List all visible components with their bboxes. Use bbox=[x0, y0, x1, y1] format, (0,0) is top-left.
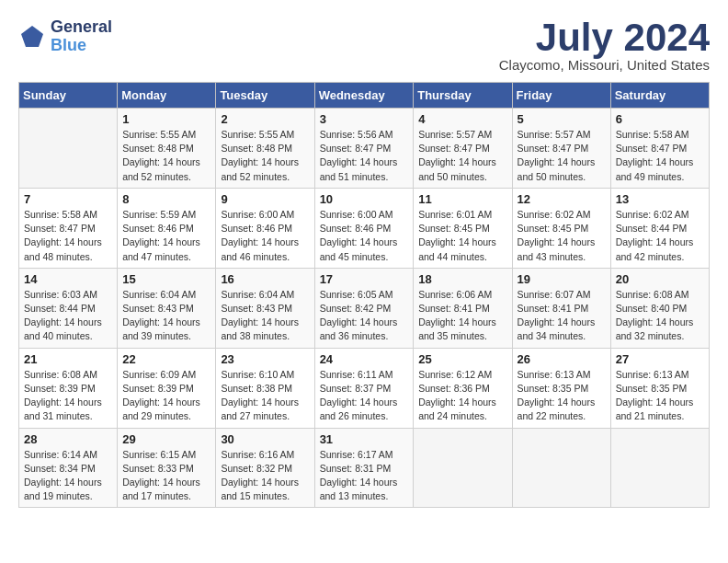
day-info: Sunrise: 6:15 AM Sunset: 8:33 PM Dayligh… bbox=[122, 448, 210, 504]
calendar-cell: 22Sunrise: 6:09 AM Sunset: 8:39 PM Dayli… bbox=[118, 348, 216, 428]
day-info: Sunrise: 5:57 AM Sunset: 8:47 PM Dayligh… bbox=[418, 128, 506, 184]
logo-general: General bbox=[51, 18, 112, 37]
day-info: Sunrise: 6:14 AM Sunset: 8:34 PM Dayligh… bbox=[24, 448, 112, 504]
day-number: 19 bbox=[518, 272, 606, 286]
calendar-cell: 23Sunrise: 6:10 AM Sunset: 8:38 PM Dayli… bbox=[216, 348, 314, 428]
day-info: Sunrise: 6:02 AM Sunset: 8:45 PM Dayligh… bbox=[518, 208, 606, 264]
calendar-body: 1Sunrise: 5:55 AM Sunset: 8:48 PM Daylig… bbox=[19, 109, 710, 508]
calendar-week-3: 14Sunrise: 6:03 AM Sunset: 8:44 PM Dayli… bbox=[19, 268, 710, 348]
calendar-cell: 9Sunrise: 6:00 AM Sunset: 8:46 PM Daylig… bbox=[216, 188, 314, 268]
header-day-saturday: Saturday bbox=[610, 83, 709, 109]
day-info: Sunrise: 6:13 AM Sunset: 8:35 PM Dayligh… bbox=[616, 368, 704, 424]
day-info: Sunrise: 6:05 AM Sunset: 8:42 PM Dayligh… bbox=[320, 288, 409, 344]
day-info: Sunrise: 6:00 AM Sunset: 8:46 PM Dayligh… bbox=[221, 208, 309, 264]
header-day-sunday: Sunday bbox=[19, 83, 118, 109]
calendar-week-1: 1Sunrise: 5:55 AM Sunset: 8:48 PM Daylig… bbox=[19, 109, 710, 189]
day-number: 31 bbox=[320, 432, 409, 446]
day-number: 8 bbox=[122, 192, 210, 206]
header-day-thursday: Thursday bbox=[414, 83, 512, 109]
logo-text: General Blue bbox=[51, 18, 112, 55]
day-info: Sunrise: 5:58 AM Sunset: 8:47 PM Dayligh… bbox=[24, 208, 112, 264]
calendar-cell: 25Sunrise: 6:12 AM Sunset: 8:36 PM Dayli… bbox=[414, 348, 512, 428]
calendar-cell: 7Sunrise: 5:58 AM Sunset: 8:47 PM Daylig… bbox=[19, 188, 118, 268]
calendar-cell bbox=[414, 428, 512, 508]
day-info: Sunrise: 6:10 AM Sunset: 8:38 PM Dayligh… bbox=[221, 368, 309, 424]
day-info: Sunrise: 6:11 AM Sunset: 8:37 PM Dayligh… bbox=[320, 368, 409, 424]
day-number: 24 bbox=[320, 352, 409, 366]
day-number: 13 bbox=[616, 192, 704, 206]
day-info: Sunrise: 6:12 AM Sunset: 8:36 PM Dayligh… bbox=[418, 368, 506, 424]
header-row: SundayMondayTuesdayWednesdayThursdayFrid… bbox=[19, 83, 710, 109]
day-info: Sunrise: 6:00 AM Sunset: 8:46 PM Dayligh… bbox=[320, 208, 409, 264]
calendar-cell: 6Sunrise: 5:58 AM Sunset: 8:47 PM Daylig… bbox=[610, 109, 709, 189]
day-number: 4 bbox=[418, 112, 506, 126]
calendar-cell: 20Sunrise: 6:08 AM Sunset: 8:40 PM Dayli… bbox=[610, 268, 709, 348]
day-number: 11 bbox=[418, 192, 506, 206]
day-number: 10 bbox=[320, 192, 409, 206]
logo-icon bbox=[18, 23, 46, 51]
calendar-cell: 2Sunrise: 5:55 AM Sunset: 8:48 PM Daylig… bbox=[216, 109, 314, 189]
calendar-cell: 12Sunrise: 6:02 AM Sunset: 8:45 PM Dayli… bbox=[512, 188, 610, 268]
calendar-cell: 26Sunrise: 6:13 AM Sunset: 8:35 PM Dayli… bbox=[512, 348, 610, 428]
day-info: Sunrise: 6:01 AM Sunset: 8:45 PM Dayligh… bbox=[418, 208, 506, 264]
day-number: 26 bbox=[518, 352, 606, 366]
svg-marker-0 bbox=[21, 26, 43, 47]
page-header: General Blue July 2024 Claycomo, Missour… bbox=[18, 18, 710, 73]
calendar-cell: 11Sunrise: 6:01 AM Sunset: 8:45 PM Dayli… bbox=[414, 188, 512, 268]
calendar-cell: 18Sunrise: 6:06 AM Sunset: 8:41 PM Dayli… bbox=[414, 268, 512, 348]
header-day-wednesday: Wednesday bbox=[314, 83, 414, 109]
calendar-cell: 24Sunrise: 6:11 AM Sunset: 8:37 PM Dayli… bbox=[314, 348, 414, 428]
day-info: Sunrise: 6:16 AM Sunset: 8:32 PM Dayligh… bbox=[221, 448, 309, 504]
day-info: Sunrise: 6:02 AM Sunset: 8:44 PM Dayligh… bbox=[616, 208, 704, 264]
header-day-friday: Friday bbox=[512, 83, 610, 109]
day-number: 16 bbox=[221, 272, 309, 286]
day-number: 9 bbox=[221, 192, 309, 206]
title-location: Claycomo, Missouri, United States bbox=[499, 57, 710, 73]
calendar-cell: 28Sunrise: 6:14 AM Sunset: 8:34 PM Dayli… bbox=[19, 428, 118, 508]
calendar-cell: 15Sunrise: 6:04 AM Sunset: 8:43 PM Dayli… bbox=[118, 268, 216, 348]
day-number: 29 bbox=[122, 432, 210, 446]
day-info: Sunrise: 6:08 AM Sunset: 8:40 PM Dayligh… bbox=[616, 288, 704, 344]
calendar-cell: 21Sunrise: 6:08 AM Sunset: 8:39 PM Dayli… bbox=[19, 348, 118, 428]
day-info: Sunrise: 5:57 AM Sunset: 8:47 PM Dayligh… bbox=[518, 128, 606, 184]
day-info: Sunrise: 5:55 AM Sunset: 8:48 PM Dayligh… bbox=[221, 128, 309, 184]
day-number: 15 bbox=[122, 272, 210, 286]
calendar-cell: 30Sunrise: 6:16 AM Sunset: 8:32 PM Dayli… bbox=[216, 428, 314, 508]
logo: General Blue bbox=[18, 18, 112, 55]
header-day-tuesday: Tuesday bbox=[216, 83, 314, 109]
day-info: Sunrise: 5:59 AM Sunset: 8:46 PM Dayligh… bbox=[122, 208, 210, 264]
calendar-cell: 27Sunrise: 6:13 AM Sunset: 8:35 PM Dayli… bbox=[610, 348, 709, 428]
day-info: Sunrise: 6:06 AM Sunset: 8:41 PM Dayligh… bbox=[418, 288, 506, 344]
day-info: Sunrise: 5:55 AM Sunset: 8:48 PM Dayligh… bbox=[122, 128, 210, 184]
day-number: 17 bbox=[320, 272, 409, 286]
calendar-cell: 29Sunrise: 6:15 AM Sunset: 8:33 PM Dayli… bbox=[118, 428, 216, 508]
header-day-monday: Monday bbox=[118, 83, 216, 109]
day-number: 1 bbox=[122, 112, 210, 126]
day-info: Sunrise: 6:09 AM Sunset: 8:39 PM Dayligh… bbox=[122, 368, 210, 424]
day-info: Sunrise: 6:03 AM Sunset: 8:44 PM Dayligh… bbox=[24, 288, 112, 344]
day-number: 20 bbox=[616, 272, 704, 286]
calendar-cell: 4Sunrise: 5:57 AM Sunset: 8:47 PM Daylig… bbox=[414, 109, 512, 189]
day-number: 22 bbox=[122, 352, 210, 366]
calendar-cell: 1Sunrise: 5:55 AM Sunset: 8:48 PM Daylig… bbox=[118, 109, 216, 189]
day-info: Sunrise: 6:17 AM Sunset: 8:31 PM Dayligh… bbox=[320, 448, 409, 504]
day-info: Sunrise: 6:07 AM Sunset: 8:41 PM Dayligh… bbox=[518, 288, 606, 344]
calendar-table: SundayMondayTuesdayWednesdayThursdayFrid… bbox=[18, 82, 710, 508]
calendar-cell: 5Sunrise: 5:57 AM Sunset: 8:47 PM Daylig… bbox=[512, 109, 610, 189]
day-info: Sunrise: 5:56 AM Sunset: 8:47 PM Dayligh… bbox=[320, 128, 409, 184]
day-info: Sunrise: 6:08 AM Sunset: 8:39 PM Dayligh… bbox=[24, 368, 112, 424]
day-number: 18 bbox=[418, 272, 506, 286]
day-info: Sunrise: 6:04 AM Sunset: 8:43 PM Dayligh… bbox=[221, 288, 309, 344]
calendar-cell: 10Sunrise: 6:00 AM Sunset: 8:46 PM Dayli… bbox=[314, 188, 414, 268]
day-number: 3 bbox=[320, 112, 409, 126]
calendar-cell: 16Sunrise: 6:04 AM Sunset: 8:43 PM Dayli… bbox=[216, 268, 314, 348]
calendar-cell bbox=[19, 109, 118, 189]
day-number: 23 bbox=[221, 352, 309, 366]
calendar-cell: 19Sunrise: 6:07 AM Sunset: 8:41 PM Dayli… bbox=[512, 268, 610, 348]
day-number: 5 bbox=[518, 112, 606, 126]
calendar-cell bbox=[512, 428, 610, 508]
day-number: 6 bbox=[616, 112, 704, 126]
calendar-cell: 13Sunrise: 6:02 AM Sunset: 8:44 PM Dayli… bbox=[610, 188, 709, 268]
day-info: Sunrise: 6:13 AM Sunset: 8:35 PM Dayligh… bbox=[518, 368, 606, 424]
title-month: July 2024 bbox=[499, 18, 710, 57]
